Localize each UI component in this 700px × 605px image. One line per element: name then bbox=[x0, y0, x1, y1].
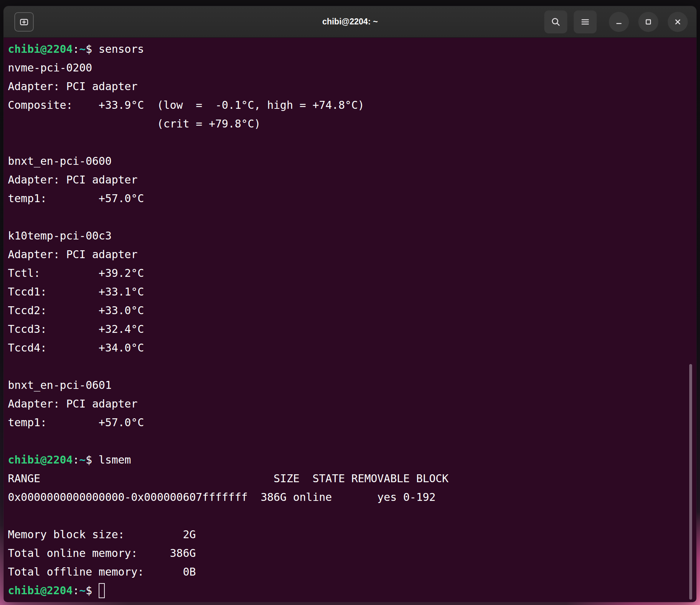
header-controls bbox=[544, 10, 688, 33]
terminal-line: 0x0000000000000000-0x000000607fffffff 38… bbox=[8, 488, 692, 507]
terminal-line: RANGE SIZE STATE REMOVABLE BLOCK bbox=[8, 469, 692, 488]
desktop-background: { "window": { "title": "chibi@2204: ~" }… bbox=[0, 0, 700, 605]
maximize-button[interactable] bbox=[638, 12, 658, 32]
terminal-line: Total online memory: 386G bbox=[8, 544, 692, 563]
terminal-line: bnxt_en-pci-0601 bbox=[8, 376, 692, 395]
terminal-line: Tccd3: +32.4°C bbox=[8, 320, 692, 339]
terminal-line: chibi@2204:~$ sensors bbox=[8, 40, 692, 59]
terminal-line: (crit = +79.8°C) bbox=[8, 115, 692, 133]
terminal-line: Memory block size: 2G bbox=[8, 525, 692, 544]
terminal-line bbox=[8, 133, 692, 152]
terminal-line: nvme-pci-0200 bbox=[8, 59, 692, 77]
terminal-line: Tccd4: +34.0°C bbox=[8, 339, 692, 357]
close-button[interactable] bbox=[668, 12, 688, 32]
minimize-icon bbox=[614, 17, 624, 27]
terminal-line: Adapter: PCI adapter bbox=[8, 245, 692, 264]
search-button[interactable] bbox=[544, 10, 567, 33]
terminal-window: chibi@2204: ~ bbox=[4, 6, 696, 602]
terminal-line: temp1: +57.0°C bbox=[8, 189, 692, 208]
terminal-line bbox=[8, 357, 692, 376]
minimize-button[interactable] bbox=[609, 12, 629, 32]
maximize-icon bbox=[643, 17, 654, 27]
terminal-line: chibi@2204:~$ lsmem bbox=[8, 451, 692, 469]
terminal-line: Tccd1: +33.1°C bbox=[8, 283, 692, 301]
menu-icon bbox=[580, 17, 591, 27]
terminal-line: chibi@2204:~$ bbox=[8, 581, 692, 600]
terminal-line bbox=[8, 432, 692, 451]
terminal-line: Composite: +33.9°C (low = -0.1°C, high =… bbox=[8, 96, 692, 115]
menu-button[interactable] bbox=[574, 10, 597, 33]
search-icon bbox=[550, 17, 561, 27]
terminal-line: Tccd2: +33.0°C bbox=[8, 301, 692, 320]
terminal-line: temp1: +57.0°C bbox=[8, 413, 692, 432]
scrollbar-thumb[interactable] bbox=[689, 364, 692, 600]
terminal-output: chibi@2204:~$ sensorsnvme-pci-0200Adapte… bbox=[8, 40, 692, 600]
terminal-line bbox=[8, 507, 692, 525]
terminal-line: Adapter: PCI adapter bbox=[8, 395, 692, 413]
terminal-line: Adapter: PCI adapter bbox=[8, 77, 692, 96]
new-tab-button[interactable] bbox=[14, 12, 34, 32]
header-bar: chibi@2204: ~ bbox=[4, 6, 696, 38]
terminal-line: Adapter: PCI adapter bbox=[8, 171, 692, 189]
terminal-line: bnxt_en-pci-0600 bbox=[8, 152, 692, 171]
terminal-cursor bbox=[99, 583, 105, 598]
close-icon bbox=[672, 17, 683, 27]
terminal-line bbox=[8, 208, 692, 227]
terminal-line: k10temp-pci-00c3 bbox=[8, 227, 692, 245]
terminal-line: Total offline memory: 0B bbox=[8, 563, 692, 581]
terminal-line: Tctl: +39.2°C bbox=[8, 264, 692, 283]
tab-new-icon bbox=[19, 17, 29, 27]
terminal-screen[interactable]: chibi@2204:~$ sensorsnvme-pci-0200Adapte… bbox=[4, 38, 696, 602]
